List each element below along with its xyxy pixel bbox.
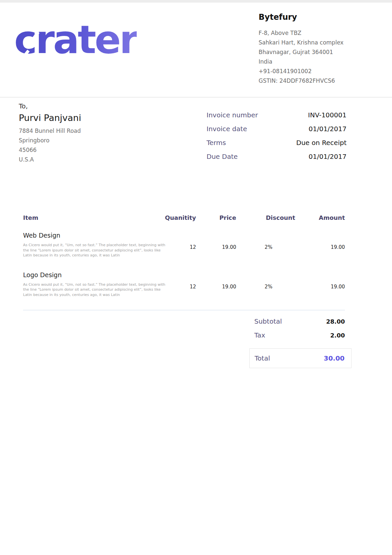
item-discount: 2% xyxy=(236,271,295,298)
tax-row: Tax 2.00 xyxy=(249,331,351,340)
invoice-date-row: Invoice date 01/01/2017 xyxy=(207,125,347,133)
items-table: Item Quanitity Price Discount Amount Web… xyxy=(23,214,345,310)
column-header-amount: Amount xyxy=(295,214,345,221)
totals-section: Subtotal 28.00 Tax 2.00 Total 30.00 xyxy=(249,317,351,368)
subtotal-row: Subtotal 28.00 xyxy=(249,317,351,326)
due-date-label: Due Date xyxy=(207,152,238,161)
table-row: Web Design As Cicero would put it, “Um, … xyxy=(23,231,345,258)
item-quantity: 12 xyxy=(161,271,196,298)
company-address: F-8, Above TBZ Sahkari Hart, Krishna com… xyxy=(259,28,344,86)
customer-address-line: 45066 xyxy=(19,145,81,155)
due-date-row: Due Date 01/01/2017 xyxy=(207,152,347,161)
invoice-document: crater Bytefury F-8, Above TBZ Sahkari H… xyxy=(0,0,392,555)
company-address-line: India xyxy=(259,57,344,67)
customer-address-line: Springboro xyxy=(19,136,81,145)
company-info: Bytefury F-8, Above TBZ Sahkari Hart, Kr… xyxy=(259,13,344,86)
table-bottom-separator xyxy=(23,310,345,310)
company-name: Bytefury xyxy=(259,13,344,22)
terms-row: Terms Due on Receipt xyxy=(207,138,347,147)
bill-to-section: To, Purvi Panjvani 7884 Bunnel Hill Road… xyxy=(19,102,81,164)
item-amount: 19.00 xyxy=(295,271,345,298)
terms-value: Due on Receipt xyxy=(296,138,347,147)
customer-name: Purvi Panjvani xyxy=(19,113,81,123)
items-table-header: Item Quanitity Price Discount Amount xyxy=(23,214,345,221)
invoice-number-row: Invoice number INV-100001 xyxy=(207,111,347,119)
invoice-meta: Invoice number INV-100001 Invoice date 0… xyxy=(207,111,347,166)
invoice-date-label: Invoice date xyxy=(207,125,247,133)
invoice-number-value: INV-100001 xyxy=(308,111,347,119)
total-box: Total 30.00 xyxy=(249,348,351,368)
customer-address-line: U.S.A xyxy=(19,155,81,164)
item-quantity: 12 xyxy=(161,231,196,258)
logo-slice-decoration xyxy=(145,43,156,56)
item-name: Logo Design xyxy=(23,271,161,279)
column-header-price: Price xyxy=(196,214,236,221)
tax-label: Tax xyxy=(254,331,265,339)
item-price: 19.00 xyxy=(196,271,236,298)
bill-to-label: To, xyxy=(19,102,81,110)
item-description: As Cicero would put it, “Um, not so fast… xyxy=(23,282,165,298)
company-address-line: Sahkari Hart, Krishna complex xyxy=(259,38,344,47)
due-date-value: 01/01/2017 xyxy=(309,152,347,161)
item-discount: 2% xyxy=(236,231,295,258)
subtotal-label: Subtotal xyxy=(254,317,282,326)
column-header-item: Item xyxy=(23,214,161,221)
item-description: As Cicero would put it, “Um, not so fast… xyxy=(23,243,165,258)
customer-address-line: 7884 Bunnel Hill Road xyxy=(19,126,81,136)
header-divider xyxy=(0,97,392,98)
item-name: Web Design xyxy=(23,231,161,240)
total-label: Total xyxy=(255,354,270,362)
window-top-edge xyxy=(0,0,392,3)
subtotal-value: 28.00 xyxy=(326,317,345,326)
column-header-quantity: Quanitity xyxy=(161,214,196,221)
total-value: 30.00 xyxy=(324,354,345,362)
tax-value: 2.00 xyxy=(330,331,345,340)
company-phone: +91-08141901002 xyxy=(259,67,344,76)
customer-address: 7884 Bunnel Hill Road Springboro 45066 U… xyxy=(19,126,81,164)
item-cell: Logo Design As Cicero would put it, “Um,… xyxy=(23,271,161,298)
terms-label: Terms xyxy=(207,138,226,147)
invoice-number-label: Invoice number xyxy=(207,111,258,119)
company-address-line: F-8, Above TBZ xyxy=(259,28,344,38)
item-amount: 19.00 xyxy=(295,231,345,258)
invoice-date-value: 01/01/2017 xyxy=(309,125,347,133)
item-price: 19.00 xyxy=(196,231,236,258)
company-address-line: Bhavnagar, Gujrat 364001 xyxy=(259,47,344,57)
table-row: Logo Design As Cicero would put it, “Um,… xyxy=(23,271,345,298)
column-header-discount: Discount xyxy=(236,214,295,221)
item-cell: Web Design As Cicero would put it, “Um, … xyxy=(23,231,161,258)
company-gstin: GSTIN: 24DDF7682FHVCS6 xyxy=(259,76,344,86)
